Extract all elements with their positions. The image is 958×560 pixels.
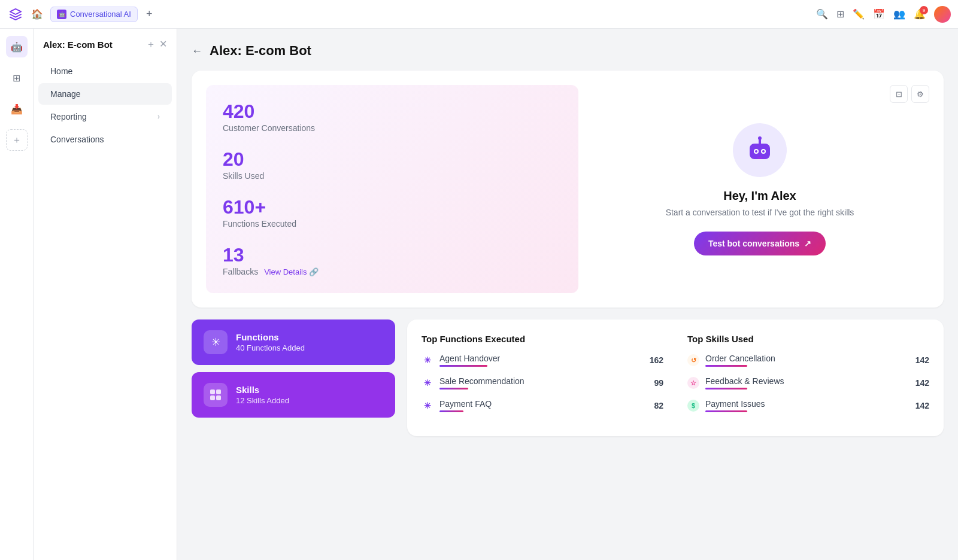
topbar: 🏠 🤖 Conversational AI + 🔍 ⊞ ✏️ 📅 👥 🔔 9: [0, 0, 958, 29]
sidebar-item-manage[interactable]: Manage: [38, 83, 172, 105]
bot-panel-actions: ⊡ ⚙: [890, 85, 929, 103]
bottom-section: ✳ Functions 40 Functions Added: [192, 319, 944, 436]
sidebar-close-button[interactable]: ✕: [159, 38, 167, 51]
top-skill-count-1: 142: [915, 378, 929, 388]
bot-avatar: [733, 123, 787, 177]
logo: [7, 6, 24, 23]
bot-panel-layout-btn[interactable]: ⊡: [890, 85, 908, 103]
svg-rect-5: [757, 157, 762, 159]
function-bar-0: [439, 365, 487, 367]
top-function-row-0-left: ✳ Agent Handover: [422, 354, 500, 367]
sidebar-item-home-label: Home: [50, 66, 72, 76]
topbar-actions: 🔍 ⊞ ✏️ 📅 👥 🔔 9: [816, 6, 951, 23]
edit-icon[interactable]: ✏️: [853, 8, 865, 20]
topbar-tab[interactable]: 🤖 Conversational AI: [50, 7, 138, 22]
sidebar-item-reporting[interactable]: Reporting ›: [38, 106, 172, 127]
home-icon[interactable]: 🏠: [29, 6, 46, 22]
top-function-row-1-left: ✳ Sale Recommendation: [422, 376, 525, 389]
top-card: 420 Customer Conversations 20 Skills Use…: [192, 71, 944, 308]
avatar[interactable]: [934, 6, 951, 23]
functions-card-icon: ✳: [204, 330, 228, 354]
sidebar-item-conversations-label: Conversations: [50, 135, 104, 144]
sidebar-add-button[interactable]: ＋: [146, 38, 156, 51]
skill-circle-1: ☆: [687, 377, 699, 389]
tab-label: Conversational AI: [70, 10, 131, 19]
svg-rect-10: [210, 395, 215, 400]
skill-icon-2: $: [687, 400, 699, 412]
external-icon: ↗: [804, 239, 811, 248]
top-skill-1-text: Feedback & Reviews: [705, 376, 784, 389]
functions-card-subtitle: 40 Functions Added: [236, 343, 305, 352]
search-icon[interactable]: 🔍: [816, 8, 828, 20]
sidebar-header: Alex: E-com Bot ＋ ✕: [34, 38, 177, 60]
functions-card-text: Functions 40 Functions Added: [236, 332, 305, 352]
stats-panel: 420 Customer Conversations 20 Skills Use…: [206, 85, 578, 293]
sidebar-item-home[interactable]: Home: [38, 60, 172, 82]
external-link-icon: 🔗: [309, 267, 319, 276]
top-function-2-text: Payment FAQ: [439, 399, 492, 412]
bot-panel: ⊡ ⚙ Hey, I'm Alex Sta: [590, 85, 929, 293]
skills-card-title: Skills: [236, 385, 289, 395]
svg-rect-9: [216, 389, 221, 394]
top-function-row-1: ✳ Sale Recommendation 99: [422, 376, 663, 389]
top-skill-row-2-left: $ Payment Issues: [687, 399, 765, 412]
sidebar-item-conversations[interactable]: Conversations: [38, 129, 172, 150]
function-bar-2: [439, 410, 463, 412]
top-function-row-0: ✳ Agent Handover 162: [422, 354, 663, 367]
top-skill-row-0: ↺ Order Cancellation 142: [687, 354, 929, 367]
top-function-row-2: ✳ Payment FAQ 82: [422, 399, 663, 412]
feature-cards-column: ✳ Functions 40 Functions Added: [192, 319, 395, 436]
bot-subtitle: Start a conversation to test if I've got…: [666, 208, 854, 217]
page-header: ← Alex: E-com Bot: [192, 43, 944, 59]
top-functions-table: Top Functions Executed ✳ Agent Handover …: [422, 334, 663, 422]
icon-bar-dashboard[interactable]: ⊞: [6, 67, 28, 89]
bot-panel-settings-btn[interactable]: ⚙: [911, 85, 929, 103]
function-icon-1: ✳: [422, 377, 433, 389]
skill-circle-0: ↺: [687, 354, 699, 366]
top-skill-count-0: 142: [915, 355, 929, 365]
view-details-link[interactable]: View Details 🔗: [264, 267, 319, 276]
calendar-icon[interactable]: 📅: [873, 8, 885, 20]
skill-circle-2: $: [687, 400, 699, 412]
notifications[interactable]: 🔔 9: [914, 8, 926, 20]
top-functions-title: Top Functions Executed: [422, 334, 663, 344]
top-skill-row-0-left: ↺ Order Cancellation: [687, 354, 775, 367]
icon-bar-ai[interactable]: 🤖: [6, 36, 28, 57]
back-button[interactable]: ←: [192, 45, 202, 57]
sidebar-item-reporting-label: Reporting: [50, 112, 87, 121]
top-skill-row-1: ☆ Feedback & Reviews 142: [687, 376, 929, 389]
svg-rect-11: [216, 395, 221, 400]
stat-skills-used: 20 Skills Used: [223, 150, 562, 181]
top-skill-row-2: $ Payment Issues 142: [687, 399, 929, 412]
stat-number-skills: 20: [223, 150, 562, 169]
skill-icon-0: ↺: [687, 354, 699, 366]
icon-bar-add[interactable]: ＋: [6, 129, 28, 151]
skill-bar-1: [705, 388, 747, 389]
skills-card-icon: [204, 383, 228, 407]
main-layout: 🤖 ⊞ 📥 ＋ Alex: E-com Bot ＋ ✕ Home Manage …: [0, 29, 958, 560]
top-function-label: Agent Handover: [439, 354, 500, 367]
top-function-row-2-left: ✳ Payment FAQ: [422, 399, 492, 412]
users-icon[interactable]: 👥: [893, 8, 905, 20]
stat-customer-conversations: 420 Customer Conversations: [223, 102, 562, 133]
new-tab-button[interactable]: +: [143, 7, 156, 22]
sidebar-header-actions: ＋ ✕: [146, 38, 167, 51]
grid-icon[interactable]: ⊞: [836, 8, 844, 20]
stat-number-fallbacks: 13: [223, 245, 562, 264]
stats-tables: Top Functions Executed ✳ Agent Handover …: [407, 319, 944, 436]
test-bot-button[interactable]: Test bot conversations ↗: [694, 232, 826, 255]
stat-label-functions: Functions Executed: [223, 219, 562, 229]
functions-card-title: Functions: [236, 332, 305, 342]
function-icon-2: ✳: [422, 400, 433, 412]
svg-point-4: [762, 150, 765, 153]
tab-icon: 🤖: [57, 10, 66, 19]
svg-rect-8: [210, 389, 215, 394]
functions-card[interactable]: ✳ Functions 40 Functions Added: [192, 319, 395, 365]
top-skill-count-2: 142: [915, 401, 929, 410]
skills-card[interactable]: Skills 12 Skills Added: [192, 372, 395, 418]
icon-bar-inbox[interactable]: 📥: [6, 98, 28, 120]
stat-label-conversations: Customer Conversations: [223, 123, 562, 133]
top-function-1-text: Sale Recommendation: [439, 376, 525, 389]
sidebar-item-manage-label: Manage: [50, 89, 81, 99]
svg-point-3: [755, 150, 757, 153]
